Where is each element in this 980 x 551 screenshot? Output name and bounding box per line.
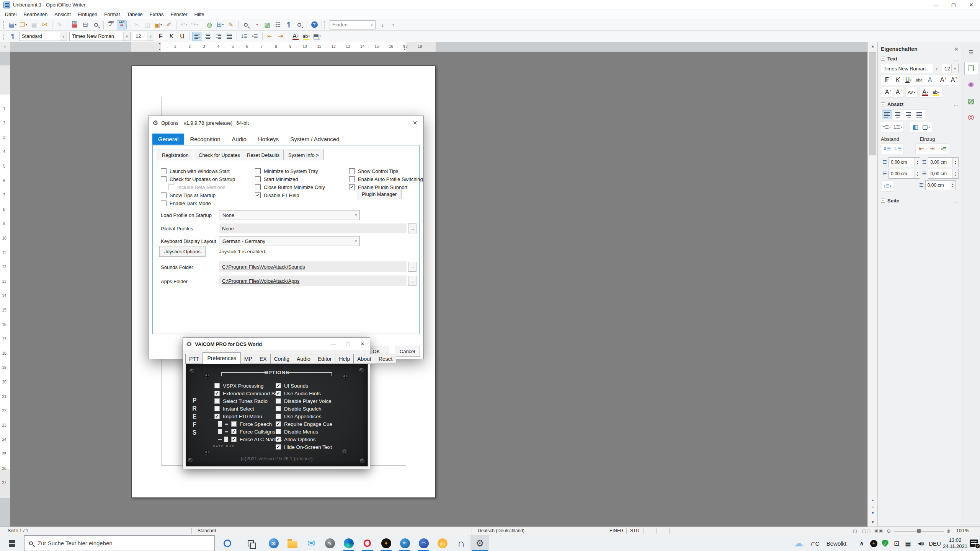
- sounds-folder-browse-button[interactable]: ...: [408, 262, 416, 272]
- sidebar-menu-icon[interactable]: ☰: [964, 46, 978, 59]
- decrease-spacing-icon[interactable]: A▾: [948, 75, 958, 85]
- formatting-marks-icon[interactable]: ¶: [284, 20, 294, 29]
- tab-help[interactable]: Help: [335, 354, 354, 364]
- gallery-icon[interactable]: ▨: [262, 20, 272, 29]
- sidebar-font-size-combo[interactable]: 12 ∨: [942, 64, 959, 73]
- screen-cast-icon[interactable]: ⊡: [891, 535, 902, 551]
- page-count[interactable]: Seite 1 / 1: [8, 527, 28, 535]
- page-preview-icon[interactable]: [91, 20, 101, 29]
- zoom-out-icon[interactable]: ⊖: [887, 527, 891, 535]
- tab-ptt[interactable]: PTT: [185, 354, 203, 364]
- left-indent-marker[interactable]: ▴: [159, 47, 161, 51]
- notification-center-button[interactable]: 2: [968, 535, 980, 551]
- reset-defaults-button[interactable]: Reset Defaults: [242, 150, 284, 160]
- vaicom-option-extended-command-set[interactable]: ✓Extended Command Set: [214, 390, 282, 397]
- vaicom-option-instant-select[interactable]: Instant Select: [214, 405, 282, 412]
- checkbox-icon[interactable]: ✓: [214, 414, 220, 419]
- sidebar-close-icon[interactable]: ✕: [954, 46, 959, 52]
- align-left-icon[interactable]: [882, 110, 892, 119]
- weather-description[interactable]: Bewölkt: [823, 535, 850, 551]
- taskbar-app-app-blue-disc[interactable]: ◠: [414, 535, 433, 551]
- tab-reset[interactable]: Reset: [375, 354, 397, 364]
- vaicom-option-allow-options[interactable]: ✓Allow Options: [276, 435, 332, 443]
- find-toolbar-grip[interactable]: [324, 21, 326, 29]
- checkbox-icon[interactable]: [214, 398, 220, 404]
- background-color-icon[interactable]: ⬒▾: [312, 32, 322, 41]
- taskbar-app-openoffice[interactable]: ≈: [395, 535, 414, 551]
- checkbox-launch-with-windows-start[interactable]: Launch with Windows Start: [161, 167, 253, 175]
- first-line-indent-field[interactable]: 0,00 cm ▲▼: [925, 180, 956, 190]
- indent-before-field[interactable]: 0,00 cm ▲▼: [928, 157, 959, 167]
- vaicom-option-force-speech[interactable]: Force Speech: [218, 420, 282, 428]
- numbered-list-icon[interactable]: 1☰: [239, 32, 249, 41]
- joystick-options-button[interactable]: Joystick Options: [159, 246, 206, 257]
- taskbar-app-opera[interactable]: O: [358, 535, 377, 551]
- vaicom-option-ui-sounds[interactable]: ✓UI Sounds: [276, 382, 332, 390]
- vaicom-option-require-engage-cue[interactable]: ✓Require Engage Cue: [276, 420, 332, 428]
- sounds-folder-field[interactable]: C:\Program Files\VoiceAttack\Sounds: [219, 261, 407, 272]
- table-icon[interactable]: ⊞▾: [215, 20, 225, 29]
- italic-icon[interactable]: K: [167, 32, 176, 41]
- new-document-icon[interactable]: ▤▾: [8, 20, 18, 29]
- vertical-scrollbar[interactable]: ▲ ▲ ● ▼ ▼: [867, 42, 877, 527]
- open-icon[interactable]: ❒▾: [18, 20, 28, 29]
- registration-button[interactable]: Registration: [157, 150, 193, 160]
- cancel-button[interactable]: Cancel: [395, 346, 420, 357]
- taskbar-app-gimp[interactable]: ✎: [320, 535, 339, 551]
- line-spacing-button[interactable]: ↕☰▾: [882, 181, 892, 191]
- page-style[interactable]: Standard: [198, 527, 216, 535]
- styles-window-icon[interactable]: ¶: [8, 32, 18, 41]
- auto-spellcheck-icon[interactable]: ABC≈: [117, 20, 127, 29]
- taskbar-app-app-gold-ring[interactable]: ◎: [433, 535, 452, 551]
- dialog-minimize-button[interactable]: —: [326, 338, 341, 350]
- find-replace-icon[interactable]: [241, 20, 251, 29]
- checkbox-icon[interactable]: [231, 421, 237, 427]
- paste-icon[interactable]: ▣▾: [153, 20, 163, 29]
- highlighting-icon[interactable]: ab▾: [931, 88, 941, 97]
- draw-functions-icon[interactable]: ✎: [226, 20, 236, 29]
- taskbar-app-thunderbird[interactable]: ✉: [264, 535, 283, 551]
- checkbox-close-button-minimize-only[interactable]: Close Button Minimize Only: [255, 183, 347, 191]
- speaker-icon[interactable]: ◀))): [914, 535, 927, 551]
- menu-tabelle[interactable]: Tabelle: [123, 10, 146, 19]
- menu-format[interactable]: Format: [101, 10, 123, 19]
- find-previous-button[interactable]: ↑: [388, 20, 398, 29]
- window-minimize-button[interactable]: —: [927, 0, 945, 10]
- underline-icon[interactable]: U: [177, 32, 187, 41]
- spacing-above-field[interactable]: 0,00 cm ▲▼: [889, 157, 921, 167]
- menu-ansicht[interactable]: Ansicht: [51, 10, 74, 19]
- bold-icon[interactable]: F: [156, 32, 166, 41]
- vaicom-option-disable-player-voice[interactable]: Disable Player Voice: [276, 397, 332, 405]
- weather-temperature[interactable]: 7°C: [806, 535, 823, 551]
- vertical-ruler[interactable]: 1234567891011121314151617181920212223242…: [0, 52, 10, 527]
- spinner-icons[interactable]: ▲▼: [950, 181, 956, 190]
- dialog-titlebar[interactable]: ⚙ VAICOM PRO for DCS World — ▢ ✕: [183, 338, 370, 350]
- increase-indent-icon[interactable]: ⇤: [916, 144, 926, 153]
- taskbar-app-edge[interactable]: [339, 535, 358, 551]
- text-frame-top[interactable]: [161, 97, 406, 116]
- menu-fenster[interactable]: Fenster: [167, 10, 191, 19]
- tab-audio[interactable]: Audio: [226, 134, 252, 145]
- checkbox-icon[interactable]: ✓: [276, 391, 281, 396]
- checkbox-icon[interactable]: [214, 383, 220, 388]
- strikethrough-icon[interactable]: abc: [914, 75, 924, 85]
- increase-paragraph-spacing-icon[interactable]: ⇕☰: [882, 144, 892, 153]
- highlighting-icon[interactable]: ab▾: [301, 32, 311, 41]
- sidebar-font-name-combo[interactable]: Times New Roman ∨: [881, 64, 940, 73]
- vaicom-option-hide-on-screen-text[interactable]: ✓Hide On-Screen Text: [276, 443, 332, 451]
- align-right-icon[interactable]: [903, 110, 913, 119]
- checkbox-check-for-updates-on-startup[interactable]: Check for Updates on Startup: [161, 175, 253, 183]
- tab-ex[interactable]: EX: [256, 354, 271, 364]
- increase-font-size-icon[interactable]: A▴: [882, 88, 892, 97]
- tab-audio[interactable]: Audio: [293, 354, 314, 364]
- font-name-combo[interactable]: Times New Roman ∨: [69, 32, 131, 41]
- toolbar-grip[interactable]: [3, 33, 5, 40]
- help-icon[interactable]: ?: [309, 20, 319, 29]
- decrease-indent-icon[interactable]: ⇥: [927, 144, 937, 153]
- checkbox-icon[interactable]: [214, 406, 220, 411]
- next-page-button[interactable]: ▼: [868, 510, 878, 517]
- dialog-close-button[interactable]: ✕: [355, 338, 370, 350]
- system-info-button[interactable]: System Info >: [283, 150, 324, 160]
- checkbox-enable-auto-profile-switching[interactable]: Enable Auto Profile Switching: [349, 175, 441, 183]
- checkbox-icon[interactable]: [276, 398, 281, 404]
